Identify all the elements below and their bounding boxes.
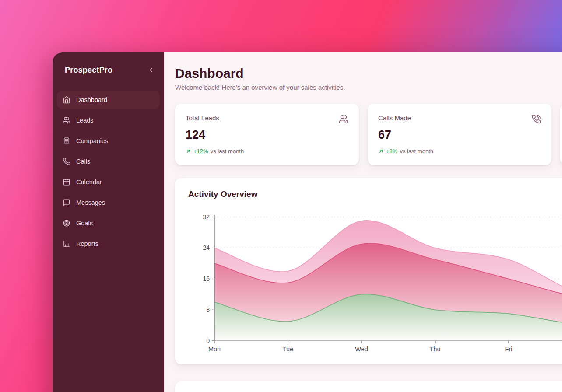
svg-text:Thu: Thu <box>430 346 441 353</box>
target-icon <box>63 219 70 227</box>
sidebar-item-label: Reports <box>76 240 98 247</box>
svg-text:24: 24 <box>203 244 210 251</box>
chevron-left-icon <box>148 66 155 74</box>
stat-trend: +8% vs last month <box>378 148 541 154</box>
phone-icon <box>63 158 70 165</box>
sidebar-collapse-button[interactable] <box>146 65 156 75</box>
sidebar-item-companies[interactable]: Companies <box>57 132 160 150</box>
sidebar-item-leads[interactable]: Leads <box>57 112 160 129</box>
trend-text: vs last month <box>211 148 244 154</box>
sidebar-item-label: Messages <box>76 199 105 206</box>
users-icon <box>63 116 70 124</box>
stats-row: Total Leads 124 +12% vs last month Calls… <box>175 104 562 165</box>
bar-chart-icon <box>63 240 70 248</box>
sidebar-item-label: Leads <box>76 117 94 124</box>
main-content: Dashboard Welcome back! Here's an overvi… <box>164 52 562 392</box>
svg-text:Tue: Tue <box>283 346 293 353</box>
arrow-up-right-icon <box>186 148 191 154</box>
sidebar-item-calls[interactable]: Calls <box>57 153 160 170</box>
sidebar-nav: Dashboard Leads Companies Calls Calendar… <box>57 91 160 252</box>
sidebar-item-messages[interactable]: Messages <box>57 194 160 211</box>
sidebar-item-dashboard[interactable]: Dashboard <box>57 91 160 108</box>
users-icon <box>339 114 348 124</box>
svg-text:16: 16 <box>203 275 210 282</box>
svg-text:8: 8 <box>206 306 210 313</box>
trend-text: vs last month <box>400 148 433 154</box>
sidebar-item-label: Goals <box>76 220 93 227</box>
trend-delta: +8% <box>386 148 397 154</box>
svg-text:0: 0 <box>206 337 210 344</box>
message-square-icon <box>63 199 70 206</box>
sidebar-item-reports[interactable]: Reports <box>57 235 160 252</box>
building-icon <box>63 137 70 145</box>
page-title: Dashboard <box>175 66 562 81</box>
stat-label: Calls Made <box>378 114 411 122</box>
activity-overview-card: Activity Overview 08162432MonTueWedThuFr… <box>175 178 562 364</box>
stat-card-total-leads: Total Leads 124 +12% vs last month <box>175 104 359 165</box>
stat-label: Total Leads <box>186 114 219 122</box>
sidebar-item-goals[interactable]: Goals <box>57 214 160 232</box>
sidebar-item-label: Dashboard <box>76 96 107 103</box>
phone-call-icon <box>531 114 541 124</box>
home-icon <box>63 96 70 104</box>
sidebar-header: ProspectPro <box>57 65 160 75</box>
svg-text:Fri: Fri <box>505 346 513 353</box>
sidebar-item-label: Calendar <box>76 178 102 186</box>
calendar-icon <box>63 178 70 186</box>
page-subtitle: Welcome back! Here's an overview of your… <box>175 83 562 92</box>
chart-title: Activity Overview <box>188 189 562 199</box>
app-window: ProspectPro Dashboard Leads Companies Ca… <box>53 52 562 392</box>
stat-value: 124 <box>186 128 348 142</box>
stat-trend: +12% vs last month <box>186 148 348 154</box>
app-brand: ProspectPro <box>65 66 112 75</box>
sidebar: ProspectPro Dashboard Leads Companies Ca… <box>53 52 164 392</box>
stat-card-calls-made: Calls Made 67 +8% vs last month <box>368 104 551 165</box>
clipped-bottom-card <box>175 382 562 392</box>
svg-text:Wed: Wed <box>355 346 368 353</box>
stat-card-clipped <box>560 104 562 165</box>
sidebar-item-calendar[interactable]: Calendar <box>57 173 160 191</box>
stat-value: 67 <box>378 128 541 142</box>
svg-text:Mon: Mon <box>208 346 221 353</box>
sidebar-item-label: Companies <box>76 137 108 144</box>
activity-chart: 08162432MonTueWedThuFriSatSun <box>188 210 562 354</box>
trend-delta: +12% <box>193 148 208 154</box>
sidebar-item-label: Calls <box>76 158 90 165</box>
svg-text:32: 32 <box>203 214 210 220</box>
arrow-up-right-icon <box>378 148 384 154</box>
